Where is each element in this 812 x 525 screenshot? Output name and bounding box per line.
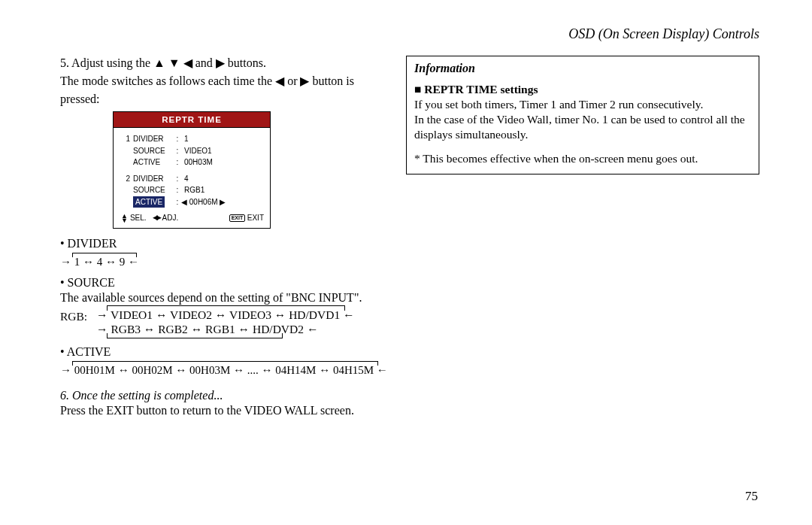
osd-footer: SEL. ◀▶ADJ. EXITEXIT (120, 212, 264, 224)
osd-row-4: 2 DIVIDER : 4 (120, 173, 264, 185)
osd-row-2: SOURCE : VIDEO1 (120, 145, 264, 157)
information-box: Information ■ REPTR TIME settings If you… (406, 56, 759, 174)
osd-body: 1 DIVIDER : 1 SOURCE : VIDEO1 ACTIVE (113, 127, 271, 229)
info-p1: If you set both timers, Timer 1 and Time… (414, 97, 751, 112)
divider-cycle: → 1 ↔ 4 ↔ 9 ← (60, 253, 391, 269)
rgb-cycle: RGB: → VIDEO1 ↔ VIDEO2 ↔ VIDEO3 ↔ HD/DVD… (60, 305, 391, 339)
updown-icon (121, 214, 128, 223)
step5-line3: pressed: (60, 92, 391, 107)
step6-heading: 6. Once the setting is completed... (60, 388, 391, 403)
osd-row-3: ACTIVE : 00H03M (120, 156, 264, 168)
source-note: The available sources depend on the sett… (60, 290, 391, 305)
right-column: Information ■ REPTR TIME settings If you… (406, 56, 759, 418)
osd-menu: REPTR TIME 1 DIVIDER : 1 SOURCE : VIDEO1 (113, 111, 271, 229)
info-title: Information (414, 61, 751, 76)
osd-title: REPTR TIME (113, 111, 271, 127)
osd-row-5: SOURCE : RGB1 (120, 184, 264, 196)
step5-line2: The mode switches as follows each time t… (60, 74, 391, 89)
osd-row-6-active: ACTIVE : ◀ 00H06M ▶ (120, 196, 264, 208)
source-heading: • SOURCE (60, 275, 391, 290)
step5-line1: 5. Adjust using the ▲ ▼ ◀ and ▶ buttons. (60, 56, 391, 71)
active-heading: • ACTIVE (60, 344, 391, 360)
leftright-icon: ◀▶ (153, 213, 160, 223)
osd-row-1: 1 DIVIDER : 1 (120, 133, 264, 145)
info-p2: In the case of the Video Wall, timer No.… (414, 112, 751, 142)
divider-heading: • DIVIDER (60, 236, 391, 251)
page-header: OSD (On Screen Display) Controls (60, 26, 759, 42)
left-column: 5. Adjust using the ▲ ▼ ◀ and ▶ buttons.… (60, 56, 391, 418)
page-number: 75 (745, 489, 758, 504)
info-subtitle: ■ REPTR TIME settings (414, 82, 751, 97)
active-cycle: → 00H01M ↔ 00H02M ↔ 00H03M ↔ .... ↔ 04H1… (60, 361, 391, 378)
step6-body: Press the EXIT button to return to the V… (60, 403, 391, 418)
exit-icon: EXIT (229, 214, 245, 222)
osd-highlight: ACTIVE (133, 196, 165, 208)
info-p3: * This becomes effective when the on-scr… (414, 151, 751, 166)
